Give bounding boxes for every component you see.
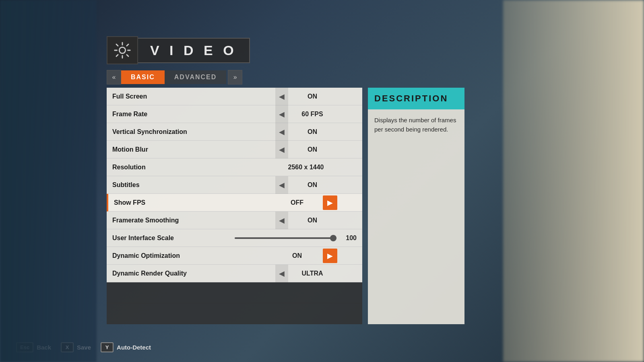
header-title-box: V I D E O — [138, 38, 250, 63]
setting-label-framerate-smoothing: Framerate Smoothing — [112, 217, 250, 224]
slider-fill-ui-scale — [235, 237, 337, 239]
slider-track-ui-scale[interactable] — [235, 237, 337, 239]
header: V I D E O — [107, 36, 644, 64]
setting-value-show-fps: OFF — [273, 199, 321, 206]
setting-value-subtitles: ON — [288, 181, 336, 189]
setting-label-vertical-sync: Vertical Synchronization — [112, 128, 250, 136]
setting-label-dynamic-render: Dynamic Render Quality — [112, 270, 250, 277]
svg-point-0 — [119, 47, 125, 53]
setting-label-resolution: Resolution — [112, 164, 250, 171]
setting-value-area-framerate-smoothing: ◀ ON — [250, 212, 362, 229]
setting-label-frame-rate: Frame Rate — [112, 111, 250, 118]
tab-advanced[interactable]: ADVANCED — [165, 70, 226, 84]
setting-label-full-screen: Full Screen — [112, 93, 250, 100]
setting-value-area-show-fps: OFF ▶ — [250, 194, 362, 212]
arrow-left-motion-blur[interactable]: ◀ — [275, 141, 288, 158]
arrow-right-show-fps[interactable]: ▶ — [323, 195, 337, 210]
setting-row-ui-scale[interactable]: User Interface Scale 100 — [107, 229, 362, 247]
gear-icon-box — [107, 36, 138, 64]
setting-label-motion-blur: Motion Blur — [112, 146, 250, 153]
description-panel: DESCRIPTION Displays the number of frame… — [368, 88, 464, 324]
setting-label-show-fps: Show FPS — [114, 199, 250, 206]
setting-value-frame-rate: 60 FPS — [288, 111, 336, 118]
setting-row-frame-rate[interactable]: Frame Rate ◀ 60 FPS — [107, 105, 362, 123]
setting-row-dynamic-opt[interactable]: Dynamic Optimization ON ▶ — [107, 247, 362, 265]
arrow-left-dynamic-render[interactable]: ◀ — [275, 265, 288, 282]
description-text: Displays the number of frames per second… — [374, 116, 458, 134]
setting-value-ui-scale: 100 — [341, 234, 357, 242]
setting-row-empty-1 — [107, 282, 362, 303]
setting-value-framerate-smoothing: ON — [288, 217, 336, 224]
setting-value-resolution: 2560 x 1440 — [282, 164, 330, 171]
tab-back-arrow[interactable]: « — [107, 70, 121, 84]
main-area: Full Screen ◀ ON Frame Rate ◀ 60 FPS Ver… — [107, 88, 644, 324]
setting-value-vertical-sync: ON — [288, 128, 336, 136]
description-header: DESCRIPTION — [368, 88, 464, 109]
tab-forward-arrow[interactable]: » — [228, 70, 242, 84]
setting-label-ui-scale: User Interface Scale — [112, 234, 235, 242]
tabs-row: « BASIC ADVANCED » — [107, 70, 644, 84]
arrow-left-framerate-smoothing[interactable]: ◀ — [275, 212, 288, 229]
slider-thumb-ui-scale[interactable] — [330, 235, 336, 241]
setting-row-full-screen[interactable]: Full Screen ◀ ON — [107, 88, 362, 105]
setting-value-area-frame-rate: ◀ 60 FPS — [250, 105, 362, 123]
setting-value-area-dynamic-opt: ON ▶ — [250, 247, 362, 265]
setting-row-framerate-smoothing[interactable]: Framerate Smoothing ◀ ON — [107, 212, 362, 229]
arrow-left-frame-rate[interactable]: ◀ — [275, 105, 288, 123]
gear-icon — [113, 41, 132, 60]
setting-value-area-full-screen: ◀ ON — [250, 88, 362, 105]
setting-value-area-motion-blur: ◀ ON — [250, 141, 362, 158]
setting-row-empty-2 — [107, 303, 362, 324]
setting-value-area-subtitles: ◀ ON — [250, 176, 362, 194]
setting-row-subtitles[interactable]: Subtitles ◀ ON — [107, 176, 362, 194]
description-body: Displays the number of frames per second… — [368, 109, 464, 324]
tab-basic[interactable]: BASIC — [121, 70, 165, 84]
setting-row-resolution[interactable]: Resolution 2560 x 1440 — [107, 158, 362, 176]
slider-area-ui-scale: 100 — [235, 234, 363, 242]
arrow-left-subtitles[interactable]: ◀ — [275, 176, 288, 194]
setting-row-dynamic-render[interactable]: Dynamic Render Quality ◀ ULTRA — [107, 265, 362, 282]
setting-row-vertical-sync[interactable]: Vertical Synchronization ◀ ON — [107, 123, 362, 141]
setting-value-area-vertical-sync: ◀ ON — [250, 123, 362, 141]
setting-value-area-resolution: 2560 x 1440 — [250, 164, 362, 171]
setting-value-dynamic-opt: ON — [273, 252, 321, 259]
setting-value-area-dynamic-render: ◀ ULTRA — [250, 265, 362, 282]
setting-row-motion-blur[interactable]: Motion Blur ◀ ON — [107, 141, 362, 158]
arrow-left-full-screen[interactable]: ◀ — [275, 88, 288, 105]
setting-label-dynamic-opt: Dynamic Optimization — [112, 252, 250, 259]
setting-value-full-screen: ON — [288, 93, 336, 100]
page-title: V I D E O — [150, 43, 237, 58]
setting-row-show-fps[interactable]: Show FPS OFF ▶ — [107, 194, 362, 212]
settings-list: Full Screen ◀ ON Frame Rate ◀ 60 FPS Ver… — [107, 88, 362, 324]
arrow-left-vertical-sync[interactable]: ◀ — [275, 123, 288, 141]
setting-label-subtitles: Subtitles — [112, 181, 250, 189]
setting-value-dynamic-render: ULTRA — [288, 270, 336, 277]
setting-value-motion-blur: ON — [288, 146, 336, 153]
arrow-right-dynamic-opt[interactable]: ▶ — [323, 249, 337, 263]
